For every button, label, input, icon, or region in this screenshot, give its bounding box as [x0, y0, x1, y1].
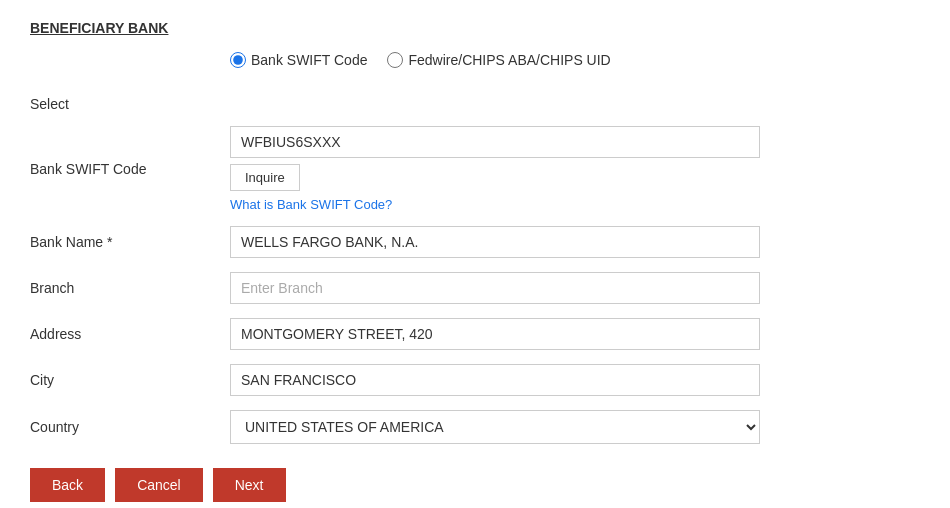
bottom-buttons: Back Cancel Next — [30, 468, 920, 502]
swift-radio[interactable] — [230, 52, 246, 68]
city-input[interactable] — [230, 364, 760, 396]
country-row: Country UNITED STATES OF AMERICAUNITED K… — [30, 410, 920, 444]
bank-name-row: Bank Name * — [30, 226, 920, 258]
swift-info-link[interactable]: What is Bank SWIFT Code? — [230, 197, 760, 212]
swift-code-row: Bank SWIFT Code Inquire What is Bank SWI… — [30, 126, 920, 212]
bank-name-controls — [230, 226, 760, 258]
branch-row: Branch — [30, 272, 920, 304]
address-controls — [230, 318, 760, 350]
bank-name-label: Bank Name * — [30, 234, 230, 250]
city-label: City — [30, 372, 230, 388]
address-label: Address — [30, 326, 230, 342]
fedwire-radio-text: Fedwire/CHIPS ABA/CHIPS UID — [408, 52, 610, 68]
swift-code-controls: Inquire What is Bank SWIFT Code? — [230, 126, 760, 212]
cancel-button[interactable]: Cancel — [115, 468, 203, 502]
country-controls: UNITED STATES OF AMERICAUNITED KINGDOMGE… — [230, 410, 760, 444]
branch-label: Branch — [30, 280, 230, 296]
city-row: City — [30, 364, 920, 396]
city-controls — [230, 364, 760, 396]
inquire-button[interactable]: Inquire — [230, 164, 300, 191]
back-button[interactable]: Back — [30, 468, 105, 502]
fedwire-radio[interactable] — [387, 52, 403, 68]
code-type-radio-group: Bank SWIFT Code Fedwire/CHIPS ABA/CHIPS … — [230, 52, 611, 68]
branch-controls — [230, 272, 760, 304]
bank-name-input[interactable] — [230, 226, 760, 258]
swift-radio-text: Bank SWIFT Code — [251, 52, 367, 68]
select-label: Select — [30, 96, 230, 112]
country-select[interactable]: UNITED STATES OF AMERICAUNITED KINGDOMGE… — [230, 410, 760, 444]
swift-code-input[interactable] — [230, 126, 760, 158]
country-label: Country — [30, 419, 230, 435]
branch-input[interactable] — [230, 272, 760, 304]
fedwire-radio-label[interactable]: Fedwire/CHIPS ABA/CHIPS UID — [387, 52, 610, 68]
select-row: Select — [30, 96, 920, 112]
section-title: BENEFICIARY BANK — [30, 20, 920, 36]
swift-code-label: Bank SWIFT Code — [30, 161, 230, 177]
address-row: Address — [30, 318, 920, 350]
swift-radio-label[interactable]: Bank SWIFT Code — [230, 52, 367, 68]
next-button[interactable]: Next — [213, 468, 286, 502]
address-input[interactable] — [230, 318, 760, 350]
